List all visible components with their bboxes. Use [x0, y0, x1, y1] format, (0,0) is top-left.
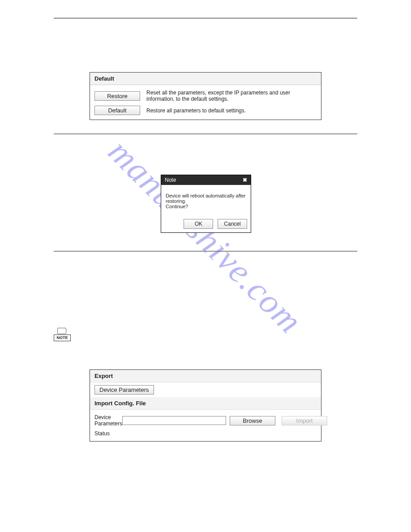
import-row: Device Parameters Browse Import: [94, 412, 317, 429]
export-title: Export: [90, 370, 321, 382]
ok-button[interactable]: OK: [184, 219, 213, 229]
section-rule-1: [54, 133, 357, 134]
default-description: Restore all parameters to default settin…: [146, 107, 246, 114]
note-icon-label: NOTE: [54, 335, 71, 341]
default-row: Default Restore all parameters to defaul…: [94, 104, 317, 117]
import-export-panel: Export Device Parameters Import Config. …: [90, 369, 321, 442]
dialog-body-line2: Continue?: [166, 204, 246, 209]
status-label: Status: [94, 430, 144, 437]
watermark-text: manualshive.com: [100, 131, 310, 341]
default-panel-title: Default: [90, 73, 321, 85]
device-parameters-label: Device Parameters: [94, 414, 122, 427]
restore-description: Reset all the parameters, except the IP …: [146, 90, 317, 102]
status-row: Status: [94, 429, 317, 438]
section-rule-2: [54, 251, 357, 252]
top-rule: [54, 18, 357, 18]
dialog-body: Device will reboot automatically after r…: [161, 185, 251, 215]
browse-button[interactable]: Browse: [230, 416, 275, 425]
close-icon[interactable]: ✖: [243, 177, 247, 183]
export-device-parameters-button[interactable]: Device Parameters: [94, 385, 154, 395]
note-icon: NOTE: [54, 328, 70, 341]
dialog-title-text: Note: [165, 177, 176, 183]
import-button[interactable]: Import: [282, 416, 327, 425]
config-file-path-input[interactable]: [122, 416, 226, 425]
cancel-button[interactable]: Cancel: [218, 219, 247, 229]
default-button[interactable]: Default: [94, 106, 140, 115]
dialog-body-line1: Device will reboot automatically after r…: [166, 193, 246, 204]
import-title: Import Config. File: [90, 397, 321, 410]
default-settings-panel: Default Restore Reset all the parameters…: [90, 72, 321, 120]
restore-row: Restore Reset all the parameters, except…: [94, 88, 317, 104]
note-dialog: Note ✖ Device will reboot automatically …: [161, 175, 251, 233]
restore-button[interactable]: Restore: [94, 91, 140, 101]
